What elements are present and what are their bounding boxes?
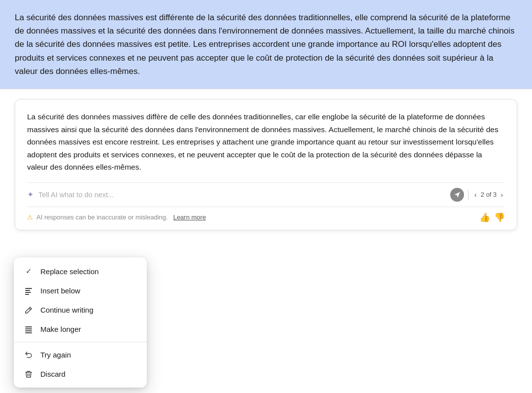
nav-total: 3 <box>493 191 497 198</box>
selected-text-area: La sécurité des données massives est dif… <box>0 0 532 89</box>
ai-input-actions: ‹ 2 of 3 › <box>450 188 505 202</box>
svg-rect-0 <box>25 288 32 289</box>
menu-label-make-longer: Make longer <box>40 325 81 333</box>
warning-row: ⚠ AI responses can be inaccurate or misl… <box>27 207 505 230</box>
nav-controls: ‹ 2 of 3 › <box>472 190 505 200</box>
pencil-icon <box>24 306 33 314</box>
feedback-icons: 👍 👎 <box>479 212 505 223</box>
menu-item-insert-below[interactable]: Insert below <box>14 281 147 300</box>
sparkle-icon: ✦ <box>27 190 33 199</box>
menu-divider <box>14 342 147 342</box>
menu-label-replace-selection: Replace selection <box>40 267 99 276</box>
ai-response-card: La sécurité des données massives diffère… <box>15 99 517 230</box>
warning-icon: ⚠ <box>27 214 33 221</box>
send-icon <box>454 191 461 198</box>
trash-icon <box>24 370 33 378</box>
context-menu: ✓ Replace selection Insert below <box>14 257 147 388</box>
menu-item-try-again[interactable]: Try again <box>14 345 147 364</box>
svg-rect-2 <box>25 292 31 293</box>
menu-item-replace-selection[interactable]: ✓ Replace selection <box>14 261 147 281</box>
svg-rect-3 <box>25 294 29 295</box>
ai-input-row: ✦ Tell AI what to do next... ‹ 2 of 3 <box>27 182 505 207</box>
next-arrow[interactable]: › <box>499 190 505 200</box>
warning-text: AI responses can be inaccurate or mislea… <box>36 214 168 221</box>
menu-label-discard: Discard <box>40 370 66 378</box>
nav-position: 2 of 3 <box>481 191 497 198</box>
menu-item-continue-writing[interactable]: Continue writing <box>14 300 147 320</box>
nav-current: 2 <box>481 191 484 198</box>
menu-label-continue-writing: Continue writing <box>40 306 94 314</box>
svg-rect-4 <box>25 326 32 327</box>
thumbs-up-icon[interactable]: 👍 <box>479 212 490 223</box>
ai-response-text: La sécurité des données massives diffère… <box>27 110 505 174</box>
thumbs-down-icon[interactable]: 👎 <box>494 212 505 223</box>
menu-item-discard[interactable]: Discard <box>14 364 147 384</box>
menu-item-make-longer[interactable]: Make longer <box>14 320 147 339</box>
check-icon: ✓ <box>24 267 33 276</box>
learn-more-link[interactable]: Learn more <box>173 214 206 221</box>
lines-icon <box>24 325 33 333</box>
menu-label-insert-below: Insert below <box>40 286 80 295</box>
svg-rect-1 <box>25 290 30 291</box>
send-button[interactable] <box>450 188 464 202</box>
main-container: La sécurité des données massives est dif… <box>0 0 532 393</box>
svg-rect-6 <box>25 330 32 331</box>
svg-rect-7 <box>25 332 32 333</box>
warning-left: ⚠ AI responses can be inaccurate or misl… <box>27 214 206 221</box>
divider <box>468 190 468 200</box>
menu-label-try-again: Try again <box>40 351 71 359</box>
svg-rect-5 <box>25 328 32 329</box>
ai-input-placeholder[interactable]: Tell AI what to do next... <box>38 191 445 199</box>
insert-below-icon <box>24 287 33 295</box>
prev-arrow[interactable]: ‹ <box>472 190 479 200</box>
nav-of: of <box>486 191 493 198</box>
selected-text: La sécurité des données massives est dif… <box>15 13 514 76</box>
undo-icon <box>24 351 33 359</box>
